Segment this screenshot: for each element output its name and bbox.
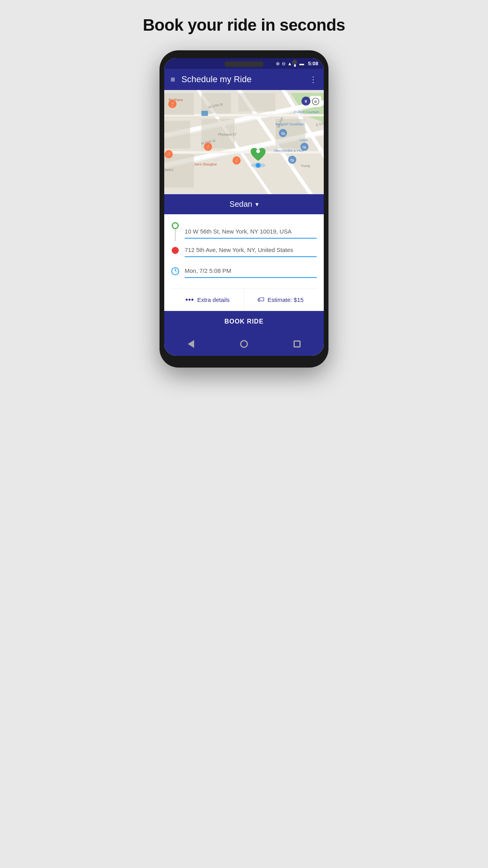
- clock-icon-wrap: [171, 267, 179, 275]
- svg-text:🛍: 🛍: [281, 131, 285, 136]
- svg-rect-15: [164, 121, 190, 149]
- pickup-row: [171, 222, 317, 241]
- phone-camera: [292, 60, 297, 64]
- hamburger-icon[interactable]: ≡: [171, 75, 175, 84]
- svg-rect-17: [238, 93, 275, 111]
- dropoff-row: [171, 243, 317, 257]
- svg-text:Abercrombie & Fitch: Abercrombie & Fitch: [274, 149, 304, 153]
- svg-rect-50: [201, 111, 208, 116]
- extra-details-label: Extra details: [197, 296, 230, 303]
- recents-nav-button[interactable]: [290, 337, 304, 351]
- vehicle-chevron-icon: ▾: [255, 200, 259, 208]
- vehicle-selector[interactable]: Sedan ▾: [164, 194, 324, 214]
- route-inputs: [171, 222, 317, 284]
- status-time: 5:08: [308, 61, 318, 66]
- battery-icon: ▬: [299, 61, 304, 66]
- app-bar-left: ≡ Schedule my Ride: [171, 74, 251, 85]
- minus-circle-icon: ⊖: [282, 61, 286, 66]
- wifi-icon: ▲: [288, 61, 292, 66]
- pickup-input[interactable]: [185, 225, 317, 239]
- dropoff-dot: [172, 247, 179, 254]
- home-nav-button[interactable]: [237, 337, 251, 351]
- svg-point-54: [256, 149, 260, 153]
- svg-text:🍴: 🍴: [166, 152, 171, 157]
- svg-text:🛍: 🛍: [303, 145, 306, 149]
- bottom-actions: ••• Extra details 🏷 Estimate: $15: [171, 288, 317, 311]
- extra-details-button[interactable]: ••• Extra details: [171, 289, 244, 311]
- connector-line: [175, 229, 176, 241]
- clock-icon: [171, 267, 179, 275]
- dropoff-input[interactable]: [185, 243, 317, 257]
- datetime-input[interactable]: [185, 264, 317, 278]
- status-bar: ⊕ ⊖ ▲ ▌ ▬ 5:08: [164, 58, 324, 69]
- form-area: ••• Extra details 🏷 Estimate: $15: [164, 214, 324, 311]
- back-arrow-icon: [188, 340, 194, 348]
- svg-text:Bergdorf Goodman: Bergdorf Goodman: [275, 122, 304, 126]
- pickup-dot: [172, 222, 179, 229]
- dropoff-connector: [171, 247, 179, 254]
- pickup-connector: [171, 222, 179, 241]
- home-circle-icon: [240, 340, 248, 348]
- svg-text:🍴: 🍴: [170, 101, 175, 107]
- svg-point-56: [257, 164, 260, 167]
- status-icons: ⊕ ⊖ ▲ ▌ ▬: [276, 61, 304, 66]
- svg-text:🛍: 🛍: [290, 158, 294, 162]
- app-bar: ≡ Schedule my Ride ⋮: [164, 69, 324, 90]
- location-icon: ⊕: [276, 61, 280, 66]
- svg-text:Louis: Louis: [300, 138, 308, 142]
- svg-text:Jack's: Jack's: [164, 168, 173, 172]
- svg-rect-14: [201, 93, 231, 113]
- svg-text:Trump: Trump: [301, 164, 310, 168]
- book-ride-button[interactable]: BOOK RIDE: [164, 311, 324, 332]
- bottom-nav: [164, 332, 324, 356]
- estimate-button[interactable]: 🏷 Estimate: $15: [244, 289, 317, 311]
- date-row: [171, 262, 317, 280]
- recents-square-icon: [294, 340, 301, 348]
- map-area[interactable]: W 57th St W 56th St 5th Ave E 57th St Be…: [164, 90, 324, 194]
- svg-text:♛: ♛: [304, 99, 308, 103]
- svg-text:Pulitzer Fountain: Pulitzer Fountain: [294, 110, 319, 114]
- svg-text:Physique 57: Physique 57: [218, 132, 237, 136]
- svg-text:Joe's Shanghai: Joe's Shanghai: [194, 162, 217, 166]
- phone-shell: ⊕ ⊖ ▲ ▌ ▬ 5:08 ≡ Schedule my Ride ⋮: [160, 50, 328, 368]
- tag-icon: 🏷: [257, 296, 264, 304]
- svg-text:⊕: ⊕: [314, 99, 317, 104]
- back-nav-button[interactable]: [184, 337, 198, 351]
- dots-icon: •••: [185, 296, 194, 304]
- estimate-label: Estimate: $15: [268, 296, 304, 303]
- phone-screen: ⊕ ⊖ ▲ ▌ ▬ 5:08 ≡ Schedule my Ride ⋮: [164, 58, 324, 356]
- svg-text:🍴: 🍴: [234, 158, 239, 163]
- vehicle-type-label: Sedan: [229, 200, 252, 209]
- app-bar-title: Schedule my Ride: [182, 74, 252, 85]
- more-options-icon[interactable]: ⋮: [309, 75, 317, 84]
- page-headline: Book your ride in seconds: [143, 16, 345, 35]
- svg-text:🍴: 🍴: [205, 145, 210, 149]
